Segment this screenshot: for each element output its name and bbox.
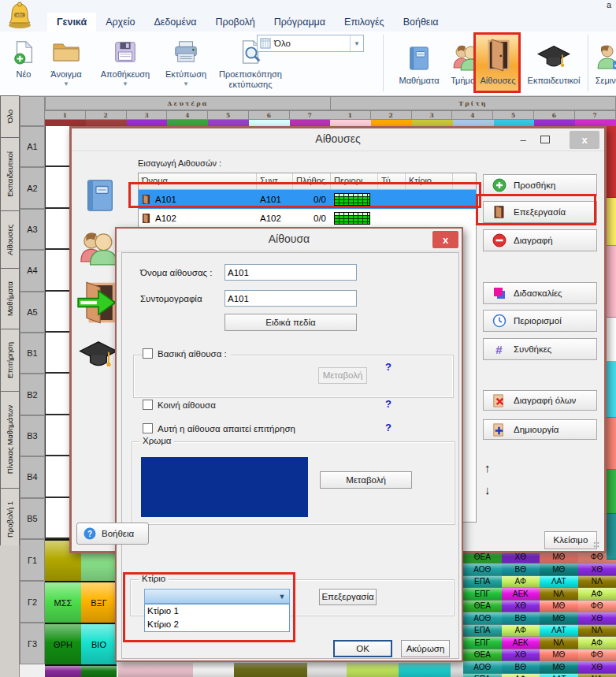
timetable-cell[interactable]: ΝΛ bbox=[540, 588, 578, 601]
timetable-cell[interactable]: ΒΘ bbox=[502, 661, 540, 674]
side-tab-Προβολή 1[interactable]: Προβολή 1 bbox=[0, 488, 20, 551]
classrooms-button[interactable]: Αίθουσες bbox=[476, 35, 520, 91]
timetable-cell[interactable]: ΒΘ bbox=[502, 564, 540, 576]
timetable-edge-cell[interactable] bbox=[607, 246, 616, 318]
close-icon[interactable]: x bbox=[432, 231, 458, 248]
color-change-button[interactable]: Μεταβολή bbox=[320, 471, 412, 489]
timetable-cell[interactable]: ΑΦ bbox=[502, 674, 540, 677]
timetable-cell-top[interactable] bbox=[127, 120, 168, 126]
help-question-mark[interactable]: ? bbox=[385, 422, 391, 433]
timetable-edge-cell[interactable] bbox=[607, 470, 616, 514]
side-tab-Επιτήρηση[interactable]: Επιτήρηση bbox=[0, 329, 20, 392]
close-icon[interactable]: x bbox=[570, 131, 599, 149]
timetable-edge-cell[interactable] bbox=[607, 318, 616, 362]
chevron-down-icon[interactable]: ▼ bbox=[350, 35, 363, 51]
timetable-cell[interactable]: ΜΘ bbox=[540, 601, 578, 613]
menu-item-Αρχείο[interactable]: Αρχείο bbox=[96, 13, 144, 32]
column-header-0[interactable]: Όνομα bbox=[139, 173, 257, 189]
timetable-cell[interactable] bbox=[234, 663, 307, 677]
timetable-cell[interactable]: ΧΘ bbox=[502, 649, 540, 662]
menu-item-Προβολή[interactable]: Προβολή bbox=[206, 13, 265, 32]
side-tab-Πίνακας Μαθημάτων[interactable]: Πίνακας Μαθημάτων bbox=[0, 391, 20, 489]
timetable-cell[interactable]: ΧΘ bbox=[578, 564, 616, 576]
menu-item-Βοήθεια[interactable]: Βοήθεια bbox=[394, 13, 448, 32]
timetable-cell[interactable] bbox=[193, 663, 234, 677]
timetable-cell[interactable]: ΑΦ bbox=[502, 576, 540, 589]
timetable-cell-top[interactable] bbox=[371, 120, 412, 126]
timetable-cell[interactable] bbox=[307, 663, 347, 677]
timetable-cell[interactable]: ΝΛ bbox=[540, 637, 578, 649]
timetable-edge-cell[interactable] bbox=[607, 198, 616, 246]
move-up-arrow[interactable]: ↑ bbox=[484, 461, 491, 474]
timetable-cell[interactable]: ΧΘ bbox=[578, 661, 616, 674]
timetable-cell[interactable]: ΘΕΑ bbox=[463, 601, 502, 613]
timetable-cell[interactable]: ΛΑΤ bbox=[540, 674, 578, 677]
timetable-cell[interactable]: ΘΡΗ bbox=[45, 623, 81, 664]
timetable-cell[interactable]: ΕΠΑ bbox=[463, 674, 502, 677]
timetable-cell-top[interactable] bbox=[453, 120, 494, 126]
asc-bell-icon[interactable]: aSc bbox=[5, 1, 35, 33]
room-abbr-input[interactable] bbox=[225, 290, 357, 307]
table-row[interactable]: A101A1010/0 bbox=[139, 190, 476, 209]
timetable-edge-cell[interactable] bbox=[607, 418, 616, 470]
home-room-checkbox[interactable] bbox=[143, 348, 153, 359]
save-button[interactable]: Αποθήκευση ▼ bbox=[91, 35, 159, 90]
timetable-cell[interactable]: ΝΛ bbox=[578, 576, 616, 589]
generate-button[interactable]: Δημιουργία bbox=[483, 419, 597, 440]
chevron-down-icon[interactable]: ▼ bbox=[183, 81, 189, 87]
timetable-cell[interactable] bbox=[81, 664, 117, 677]
timetable-cell[interactable]: ΑΟΘ bbox=[463, 564, 502, 576]
timetable-cell[interactable]: ΦΘ bbox=[578, 601, 616, 613]
timetable-cell[interactable]: ΑΟΘ bbox=[463, 612, 502, 625]
column-header-4[interactable]: Τύ... bbox=[378, 173, 406, 189]
open-button[interactable]: Άνοιγμα ▼ bbox=[41, 35, 91, 90]
timetable-cell-top[interactable] bbox=[534, 120, 575, 126]
door-exit-icon[interactable] bbox=[76, 280, 121, 329]
print-button[interactable]: Εκτύπωση ▼ bbox=[159, 35, 213, 90]
timetable-cell[interactable] bbox=[347, 663, 399, 677]
timetable-cell-top[interactable] bbox=[575, 120, 616, 126]
cancel-button[interactable]: Ακύρωση bbox=[401, 640, 450, 657]
side-tab-Εκπαιδευτικοί[interactable]: Εκπαιδευτικοί bbox=[0, 137, 20, 211]
view-select-combo[interactable]: Όλο ▼ bbox=[257, 35, 364, 52]
timetable-cell[interactable]: ΘΕΑ bbox=[463, 649, 502, 662]
help-question-mark[interactable]: ? bbox=[385, 361, 391, 373]
timetable-cell[interactable] bbox=[399, 663, 451, 677]
building-edit-button[interactable]: Επεξεργασία bbox=[319, 589, 377, 605]
restrictions-button[interactable]: Περιορισμοί bbox=[483, 310, 597, 332]
teachings-button[interactable]: Διδασκαλίες bbox=[483, 282, 597, 304]
room-dialog-titlebar[interactable]: Αίθουσα x bbox=[117, 229, 462, 251]
timetable-cell[interactable]: ΕΠΓ bbox=[463, 637, 502, 649]
building-combo[interactable]: ▼ bbox=[144, 589, 290, 604]
conditions-button[interactable]: # Συνθήκες bbox=[483, 338, 597, 360]
timetable-cell-top[interactable] bbox=[86, 120, 127, 126]
timetable-cell[interactable]: ΜΘ bbox=[540, 564, 578, 576]
column-header-5[interactable]: Κτίριο bbox=[406, 173, 453, 189]
timetable-cell[interactable]: ΝΛ bbox=[578, 625, 616, 638]
move-down-arrow[interactable]: ↓ bbox=[484, 483, 491, 497]
timetable-cell[interactable]: ΒΙΟ bbox=[81, 623, 117, 664]
timetable-cell[interactable] bbox=[451, 663, 463, 677]
timetable-cell[interactable]: ΛΑΤ bbox=[540, 576, 578, 589]
delete-all-button[interactable]: Διαγραφή όλων bbox=[483, 390, 597, 411]
timetable-cell[interactable]: ΜΘ bbox=[540, 661, 578, 674]
timetable-cell[interactable]: ΕΠΓ bbox=[463, 588, 502, 601]
timetable-cell[interactable]: ΝΛ bbox=[578, 674, 616, 677]
timetable-cell[interactable]: ΑΟΘ bbox=[463, 661, 502, 674]
subjects-button[interactable]: Μαθήματα bbox=[394, 35, 444, 85]
timetable-cell[interactable]: ΛΑΤ bbox=[540, 625, 578, 638]
rooms-dialog-titlebar[interactable]: Αίθουσες – x bbox=[72, 128, 604, 151]
timetable-cell[interactable]: ΜΣΣ bbox=[45, 581, 81, 623]
side-tab-Όλο[interactable]: Όλο bbox=[0, 95, 20, 138]
timetable-cell[interactable]: ΜΘ bbox=[540, 649, 578, 662]
column-header-1[interactable]: Συντ... bbox=[257, 173, 293, 189]
timetable-cell[interactable] bbox=[118, 663, 193, 677]
menu-item-Γενικά[interactable]: Γενικά bbox=[47, 13, 96, 32]
timetable-cell[interactable]: ΧΘ bbox=[502, 601, 540, 613]
dropdown-option-Κτίριο 2[interactable]: Κτίριο 2 bbox=[145, 618, 289, 631]
column-header-2[interactable]: Πλήθος bbox=[293, 173, 331, 189]
shared-room-checkbox-row[interactable]: Κοινή αίθουσα bbox=[143, 400, 220, 410]
timetable-cell[interactable]: ΧΘ bbox=[578, 612, 616, 625]
teachers-button[interactable]: Εκπαιδευτικοί bbox=[521, 35, 586, 85]
timetable-cell[interactable]: ΑΦ bbox=[578, 637, 616, 649]
